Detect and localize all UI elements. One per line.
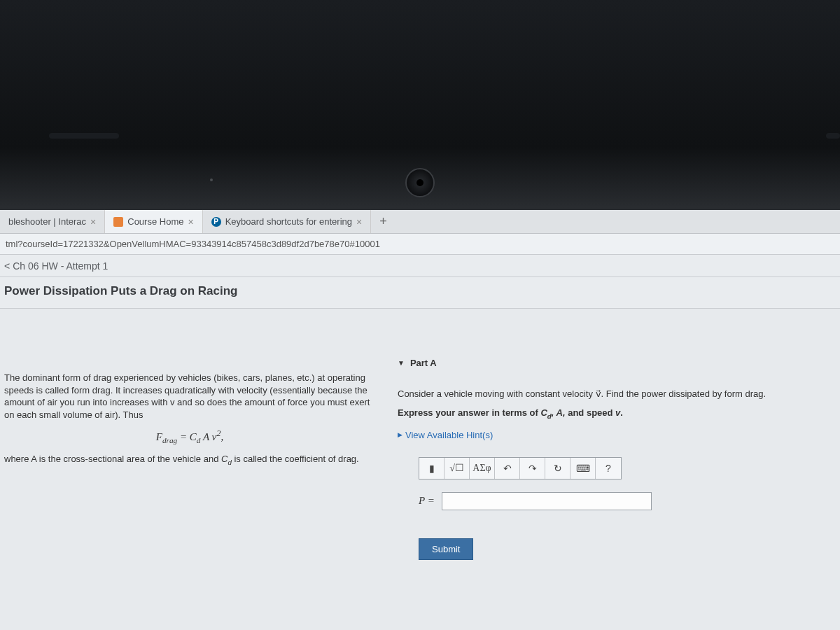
vent-right [826, 133, 840, 139]
vent-left [49, 133, 119, 139]
collapse-icon: ▼ [398, 359, 405, 367]
explanation-paragraph: where A is the cross-sectional area of t… [4, 453, 375, 467]
breadcrumb-link[interactable]: Ch 06 HW - Attempt 1 [13, 260, 108, 272]
hints-label: View Available Hint(s) [405, 430, 493, 440]
undo-button[interactable]: ↶ [495, 458, 520, 479]
webcam-lens [416, 179, 424, 186]
page-title: Power Dissipation Puts a Drag on Racing [0, 277, 840, 309]
close-icon[interactable]: × [188, 216, 193, 227]
reset-button[interactable]: ↻ [545, 458, 570, 479]
redo-button[interactable]: ↷ [520, 458, 545, 479]
answer-input-row: P = [419, 492, 819, 510]
part-label: Part A [410, 358, 437, 368]
sqrt-button[interactable]: √☐ [444, 458, 470, 479]
templates-button[interactable]: ▮ [419, 458, 444, 479]
problem-description: The dominant form of drag experienced by… [0, 309, 386, 629]
answer-panel: ▼ Part A Consider a vehicle moving with … [386, 309, 840, 629]
tab-label: Course Home [127, 216, 183, 227]
sensor-dot [210, 178, 213, 181]
answer-box: ▮ √☐ ΑΣφ ↶ ↷ ↻ ⌨ ? P = [419, 457, 819, 510]
intro-paragraph: The dominant form of drag experienced by… [4, 372, 375, 421]
breadcrumb: < Ch 06 HW - Attempt 1 [0, 255, 840, 277]
url-text: tml?courseId=17221332&OpenVellumHMAC=933… [6, 239, 380, 249]
close-icon[interactable]: × [90, 216, 96, 227]
submit-button[interactable]: Submit [419, 538, 473, 560]
view-hints-link[interactable]: ▶ View Available Hint(s) [398, 430, 819, 440]
part-a-header[interactable]: ▼ Part A [398, 358, 819, 368]
tab-keyboard-shortcuts[interactable]: P Keyboard shortcuts for entering × [203, 210, 372, 233]
expand-icon: ▶ [398, 431, 402, 438]
greek-button[interactable]: ΑΣφ [470, 458, 495, 479]
close-icon[interactable]: × [356, 216, 362, 227]
tab-troubleshooter[interactable]: bleshooter | Interac × [0, 210, 105, 233]
tab-label: Keyboard shortcuts for entering [225, 216, 352, 227]
laptop-bezel [0, 0, 840, 210]
tab-label: bleshooter | Interac [8, 216, 86, 227]
favicon-course-icon [113, 217, 123, 227]
answer-input[interactable] [442, 492, 652, 510]
tab-course-home[interactable]: Course Home × [105, 210, 202, 233]
url-bar[interactable]: tml?courseId=17221332&OpenVellumHMAC=933… [0, 234, 840, 255]
main-content: The dominant form of drag experienced by… [0, 309, 840, 629]
webcam [405, 168, 435, 197]
screen-content: bleshooter | Interac × Course Home × P K… [0, 210, 840, 630]
drag-formula: Fdrag = Cd A v2, [4, 428, 375, 446]
question-prompt: Consider a vehicle moving with constant … [398, 388, 819, 400]
browser-tab-bar: bleshooter | Interac × Course Home × P K… [0, 210, 840, 234]
answer-lhs: P = [419, 495, 435, 507]
breadcrumb-back-icon[interactable]: < [4, 260, 10, 272]
express-instruction: Express your answer in terms of Cd, A, a… [398, 407, 819, 420]
keyboard-button[interactable]: ⌨ [570, 458, 596, 479]
help-button[interactable]: ? [596, 458, 621, 479]
equation-toolbar: ▮ √☐ ΑΣφ ↶ ↷ ↻ ⌨ ? [419, 457, 622, 479]
favicon-pearson-icon: P [211, 217, 221, 227]
new-tab-button[interactable]: + [371, 214, 396, 229]
